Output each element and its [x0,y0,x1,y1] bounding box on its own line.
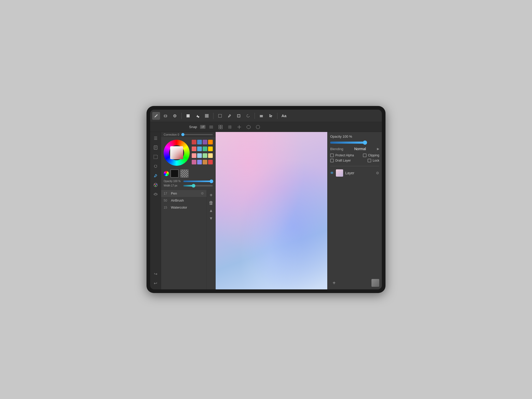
brush-add-btn[interactable]: + [208,191,215,199]
color-mode-icon[interactable] [164,171,169,176]
snap-lines-icon[interactable] [208,123,215,131]
protect-alpha-row: Protect Alpha Clipping [330,154,379,157]
eraser-tool[interactable] [162,112,169,120]
swatch-3[interactable] [208,140,213,144]
brush-move-up-btn[interactable]: ▲ [208,207,215,214]
sidebar-redo-icon[interactable]: ↩ [151,270,160,278]
blending-row[interactable]: Blending Normal ▶ [330,147,379,151]
pencil-tool[interactable] [152,112,160,120]
swatch-7[interactable] [208,147,213,151]
color-section [161,137,215,168]
opacity-track[interactable] [183,181,213,182]
correction-thumb[interactable] [181,133,184,136]
sidebar-color-icon[interactable] [151,181,160,189]
correction-track[interactable] [181,134,213,135]
width-track[interactable] [183,185,213,187]
svg-rect-13 [219,125,220,127]
opacity-thumb[interactable] [210,179,213,183]
color-wheel[interactable] [164,140,190,166]
text-tool[interactable]: Aa [280,112,288,120]
draft-layer-checkbox[interactable] [330,159,334,162]
opacity-slider-row: Opacity 100 % [164,180,213,183]
sidebar-selection-icon[interactable] [151,153,160,161]
protect-alpha-checkbox[interactable] [330,154,334,157]
lock-checkbox[interactable] [368,159,371,162]
layer-eye-icon[interactable]: 👁 [330,171,334,175]
brush-item-pen[interactable]: 17 Pen ⚙ [161,190,207,197]
sidebar-menu-icon[interactable]: ☰ [151,134,160,142]
brush-item-airbrush[interactable]: 50 AirBrush [161,197,207,204]
clipping-checkbox[interactable] [363,154,367,157]
fill-tool[interactable] [194,112,201,120]
shape-tool[interactable] [184,112,192,120]
sidebar-brush-icon[interactable] [151,171,160,180]
sidebar-undo-icon[interactable]: ↩ [151,279,160,287]
swatch-14[interactable] [203,160,207,164]
swatch-1[interactable] [197,140,202,144]
snap-grid1-icon[interactable] [217,123,224,131]
svg-point-29 [156,184,157,185]
layer-settings-icon[interactable]: ⚙ [376,171,379,175]
width-thumb[interactable] [192,184,195,188]
foreground-color[interactable] [170,169,179,178]
lasso-tool[interactable] [244,112,252,120]
swatch-0[interactable] [192,140,196,144]
brush-delete-btn[interactable]: 🗑 [208,199,215,207]
swatch-4[interactable] [192,147,196,151]
blending-value: Normal [354,147,366,151]
selection-tool[interactable] [216,112,224,120]
left-panel: Correction 0 [161,132,216,289]
left-sidebar: ☰ ↩ [150,132,161,289]
right-panel: Opacity 100 % Blending Normal ▶ Protect … [327,132,382,289]
snap-grid2-icon[interactable] [226,123,234,131]
swatch-9[interactable] [197,153,202,158]
sidebar-rotate-icon[interactable] [151,162,160,170]
color-wheel-container[interactable] [164,140,190,166]
swatch-2[interactable] [203,140,207,144]
correction-bar: Correction 0 [161,132,215,137]
snap-hex-icon[interactable] [245,123,252,131]
swatch-12[interactable] [192,160,196,164]
layer-thumb-small[interactable] [371,279,379,287]
brush-item-watercolor[interactable]: 15 Watercolor [161,204,207,211]
layer-name-label: Layer [345,171,374,175]
width-slider-row: Width 17 px [164,184,213,187]
swatch-8[interactable] [192,153,196,158]
canvas-area[interactable] [216,132,327,289]
swatch-13[interactable] [197,160,202,164]
tablet-frame: Aa Snap off [147,106,385,293]
canvas-artwork [216,132,327,289]
swatch-6[interactable] [203,147,207,151]
color-picker-square[interactable] [170,146,183,159]
gradient-tool[interactable] [203,112,211,120]
snap-off-badge[interactable]: off [200,125,205,129]
width-label: Width 17 px [164,184,182,187]
snap-lines2-icon[interactable] [236,123,243,131]
swatch-5[interactable] [197,147,202,151]
svg-point-3 [198,116,199,118]
snap-bar: Snap off [150,122,382,132]
transform-tool[interactable] [171,112,179,120]
sidebar-layers-icon[interactable] [151,190,160,198]
sidebar-new-icon[interactable] [151,143,160,152]
brush-move-down-btn[interactable]: ▼ [208,215,215,222]
opacity-track[interactable] [330,142,367,144]
layers-tool[interactable] [257,112,265,120]
eyedropper-tool[interactable] [225,112,233,120]
swatch-11[interactable] [208,153,213,158]
lock-label: Lock [373,159,379,162]
svg-rect-0 [164,115,167,117]
svg-rect-7 [260,115,263,116]
swatch-15[interactable] [208,160,213,164]
snap-circle-icon[interactable] [254,123,262,131]
brush-pen-settings[interactable]: ⚙ [201,191,204,195]
crop-tool[interactable] [235,112,243,120]
swatch-10[interactable] [203,153,207,158]
top-toolbar: Aa [150,110,382,122]
opacity-thumb[interactable] [363,141,367,145]
pointer-tool[interactable] [267,112,275,120]
layer-row[interactable]: 👁 Layer ⚙ [330,168,379,178]
svg-point-24 [256,125,260,129]
background-color[interactable] [180,169,189,178]
layer-add-button[interactable]: + [330,279,338,287]
